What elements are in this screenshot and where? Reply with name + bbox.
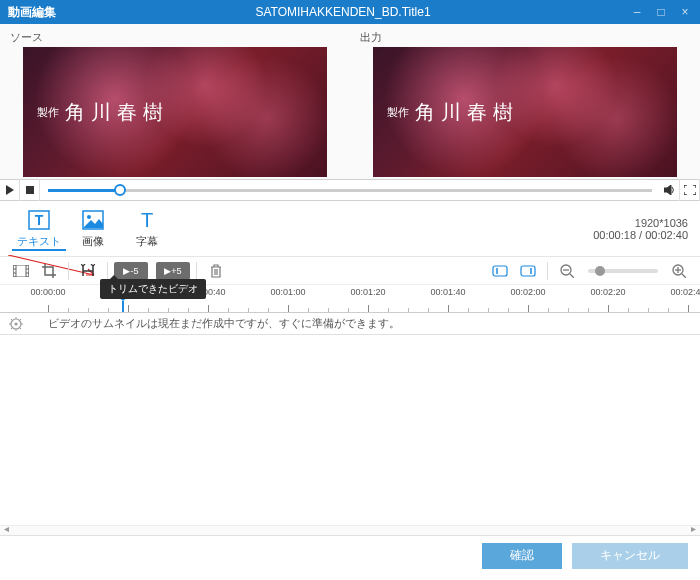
ruler-minor-tick (68, 308, 69, 312)
video-track[interactable]: ビデオのサムネイルは現在まだ作成中ですが、すぐに準備ができます。 (0, 313, 700, 335)
ruler-label: 00:01:00 (270, 287, 305, 297)
tab-text[interactable]: T テキスト (12, 208, 66, 251)
play-button[interactable] (0, 179, 20, 201)
source-label: ソース (8, 30, 342, 45)
svg-line-18 (570, 274, 574, 278)
tab-image[interactable]: 画像 (66, 208, 120, 249)
ruler-minor-tick (168, 308, 169, 312)
ruler-minor-tick (588, 308, 589, 312)
horizontal-scrollbar[interactable] (0, 525, 700, 535)
maximize-icon[interactable]: □ (654, 5, 668, 19)
thumb-prefix: 製作 (387, 105, 409, 120)
delete-button[interactable] (203, 260, 229, 282)
track-settings-icon[interactable] (0, 317, 32, 331)
thumb-text: 角川春樹 (65, 99, 169, 126)
ruler-minor-tick (188, 308, 189, 312)
crop-icon (42, 264, 56, 278)
ruler-minor-tick (328, 308, 329, 312)
source-column: ソース 製作 角川春樹 (0, 30, 350, 179)
source-thumbnail[interactable]: 製作 角川春樹 (23, 47, 327, 177)
window-controls: – □ × (630, 5, 692, 19)
tool-row: ▶-5 ▶+5 トリムできたビデオ (0, 257, 700, 285)
skip-back-button[interactable]: ▶-5 (114, 262, 148, 280)
svg-line-22 (682, 274, 686, 278)
thumb-prefix: 製作 (37, 105, 59, 120)
svg-rect-0 (26, 186, 34, 194)
confirm-button[interactable]: 確認 (482, 543, 562, 569)
ruler-minor-tick (668, 308, 669, 312)
progress-fill (48, 189, 120, 192)
film-button[interactable] (8, 260, 34, 282)
trash-icon (210, 264, 222, 278)
divider (196, 262, 197, 280)
info-panel: 1920*1036 00:00:18 / 00:02:40 (593, 217, 688, 241)
zoom-slider[interactable] (588, 269, 658, 273)
ruler-minor-tick (248, 308, 249, 312)
fullscreen-button[interactable] (680, 179, 700, 201)
trim-button[interactable] (75, 260, 101, 282)
svg-text:T: T (141, 210, 153, 230)
ruler-minor-tick (108, 308, 109, 312)
ruler-label: 00:01:20 (350, 287, 385, 297)
document-title: SATOMIHAKKENDEN_BD.Title1 (56, 5, 630, 19)
ruler-minor-tick (408, 308, 409, 312)
resolution-text: 1920*1036 (593, 217, 688, 229)
cancel-button[interactable]: キャンセル (572, 543, 688, 569)
svg-rect-8 (13, 265, 16, 277)
stop-button[interactable] (20, 179, 40, 201)
marker-end-button[interactable] (515, 260, 541, 282)
ruler-minor-tick (308, 308, 309, 312)
zoom-thumb[interactable] (595, 266, 605, 276)
svg-point-24 (15, 322, 18, 325)
zoom-out-button[interactable] (554, 260, 580, 282)
tab-subtitle[interactable]: T 字幕 (120, 208, 174, 249)
ruler-minor-tick (508, 308, 509, 312)
playhead-line (122, 301, 124, 313)
stop-icon (26, 186, 34, 194)
ruler-label: 00:01:40 (430, 287, 465, 297)
progress-track[interactable] (40, 179, 660, 201)
progress-thumb[interactable] (114, 184, 126, 196)
ruler-minor-tick (628, 308, 629, 312)
ruler-label: 00:02:00 (510, 287, 545, 297)
skip-forward-button[interactable]: ▶+5 (156, 262, 190, 280)
image-icon (66, 208, 120, 232)
divider (68, 262, 69, 280)
film-icon (13, 265, 29, 277)
volume-icon (664, 185, 676, 195)
marker-start-icon (492, 265, 508, 277)
ruler-minor-tick (348, 308, 349, 312)
progress-line (48, 189, 652, 192)
playback-bar (0, 179, 700, 201)
thumb-text: 角川春樹 (415, 99, 519, 126)
ruler-label: 00:00:00 (30, 287, 65, 297)
tab-image-label: 画像 (66, 234, 120, 249)
text-icon: T (12, 208, 66, 232)
volume-button[interactable] (660, 179, 680, 201)
ruler-label: 00:02:40 (670, 287, 700, 297)
output-column: 出力 製作 角川春樹 (350, 30, 700, 179)
timecode-text: 00:00:18 / 00:02:40 (593, 229, 688, 241)
output-thumbnail[interactable]: 製作 角川春樹 (373, 47, 677, 177)
titlebar: 動画編集 SATOMIHAKKENDEN_BD.Title1 – □ × (0, 0, 700, 24)
divider (107, 262, 108, 280)
svg-rect-15 (521, 266, 535, 276)
preview-area: ソース 製作 角川春樹 出力 製作 角川春樹 (0, 24, 700, 179)
ruler-minor-tick (548, 308, 549, 312)
svg-point-4 (87, 215, 91, 219)
minimize-icon[interactable]: – (630, 5, 644, 19)
trim-tooltip: トリムできたビデオ (100, 279, 206, 299)
marker-start-button[interactable] (487, 260, 513, 282)
svg-text:T: T (35, 212, 44, 228)
ruler-minor-tick (388, 308, 389, 312)
zoom-in-button[interactable] (666, 260, 692, 282)
close-icon[interactable]: × (678, 5, 692, 19)
timeline-canvas[interactable] (0, 335, 700, 525)
ruler-minor-tick (568, 308, 569, 312)
ruler-minor-tick (428, 308, 429, 312)
ruler-minor-tick (468, 308, 469, 312)
crop-button[interactable] (36, 260, 62, 282)
tab-subtitle-label: 字幕 (120, 234, 174, 249)
subtitle-icon: T (120, 208, 174, 232)
tab-row: T テキスト 画像 T 字幕 1920*1036 00:00:18 / 00:0… (0, 201, 700, 257)
